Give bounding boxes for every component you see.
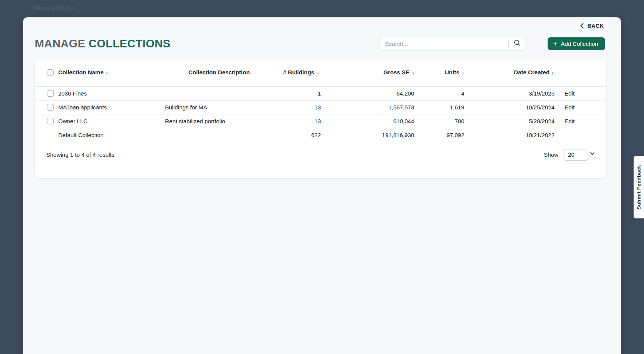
cell-actions <box>559 128 606 142</box>
header-gross-sf[interactable]: Gross SF↑↓ <box>326 59 419 86</box>
sort-icon[interactable]: ↑↓ <box>411 70 414 75</box>
cell-gross-sf: 191,816,930 <box>326 128 419 142</box>
sort-icon[interactable]: ↑↓ <box>316 70 319 75</box>
cell-buildings: 13 <box>277 100 326 114</box>
cell-collection-name: MA loan applicants <box>55 100 162 114</box>
row-checkbox[interactable] <box>47 90 54 97</box>
cell-units: 97,092 <box>419 128 469 142</box>
back-label: BACK <box>587 23 604 29</box>
cell-buildings: 1 <box>277 86 326 100</box>
cell-collection-name: Owner LLC <box>55 114 162 128</box>
page-title: MANAGE COLLECTIONS <box>35 37 170 50</box>
page-size-select[interactable]: 20 <box>563 149 588 161</box>
cell-date-created: 5/20/2024 <box>469 114 559 128</box>
select-all-checkbox[interactable] <box>47 69 54 76</box>
cell-date-created: 10/25/2024 <box>469 100 559 114</box>
chevron-left-icon <box>580 23 584 29</box>
page-size-select-wrap: 20 <box>563 149 595 161</box>
cell-gross-sf: 610,044 <box>326 114 419 128</box>
collections-table: Collection Name↑↓ Collection Description… <box>35 59 606 142</box>
manage-collections-modal: BACK MANAGE COLLECTIONS + Add Collection <box>23 17 621 354</box>
row-checkbox[interactable] <box>47 104 54 111</box>
results-count: Showing 1 to 4 of 4 results <box>46 151 115 158</box>
table-row: Default Collection 622 191,816,930 97,09… <box>35 128 606 142</box>
show-label: Show <box>544 151 558 158</box>
collections-table-card: Collection Name↑↓ Collection Description… <box>35 59 606 178</box>
header-date-created[interactable]: Date Created↑↓ <box>469 59 559 86</box>
cell-buildings: 13 <box>277 114 326 128</box>
cell-gross-sf: 64,200 <box>326 86 419 100</box>
header-collection-name[interactable]: Collection Name↑↓ <box>55 59 162 86</box>
cell-collection-name: 2030 Fines <box>55 86 162 100</box>
sort-icon[interactable]: ↑↓ <box>105 70 109 75</box>
cell-units: 1,619 <box>419 100 469 114</box>
search-button[interactable] <box>509 37 526 50</box>
table-row: Owner LLC Rent stabilized portfolio 13 6… <box>35 114 606 128</box>
cell-date-created: 3/19/2025 <box>469 86 559 100</box>
header-checkbox-cell <box>35 59 55 86</box>
chevron-down-icon <box>590 151 595 158</box>
search-icon <box>514 39 521 48</box>
back-button[interactable]: BACK <box>580 23 604 29</box>
page-title-primary: MANAGE <box>35 37 85 50</box>
cell-collection-name: Default Collection <box>55 128 162 142</box>
header-actions <box>559 59 606 86</box>
cell-buildings: 622 <box>277 128 326 142</box>
cell-collection-description <box>162 128 277 142</box>
table-row: 2030 Fines 1 64,200 4 3/19/2025 Edit <box>35 86 606 100</box>
table-header-row: Collection Name↑↓ Collection Description… <box>35 59 606 86</box>
edit-link[interactable]: Edit <box>565 104 575 111</box>
search-input[interactable] <box>379 37 508 50</box>
cell-gross-sf: 1,567,573 <box>326 100 419 114</box>
cell-collection-description: Buildings for MA <box>162 100 277 114</box>
row-checkbox[interactable] <box>47 118 54 124</box>
search-box <box>379 37 526 50</box>
header-buildings[interactable]: # Buildings↑↓ <box>277 59 326 86</box>
submit-feedback-tab[interactable]: Submit Feedback <box>634 156 644 218</box>
table-row: MA loan applicants Buildings for MA 13 1… <box>35 100 606 114</box>
header-units[interactable]: Units↑↓ <box>419 59 469 86</box>
edit-link[interactable]: Edit <box>565 90 575 97</box>
submit-feedback-label: Submit Feedback <box>636 165 642 210</box>
brand-logo: Momentum <box>34 4 74 12</box>
plus-icon: + <box>553 40 557 47</box>
sort-icon[interactable]: ↑↓ <box>461 70 464 75</box>
cell-collection-description <box>162 86 277 100</box>
add-collection-label: Add Collection <box>561 40 598 47</box>
table-footer: Showing 1 to 4 of 4 results Show 20 <box>35 142 606 161</box>
header-collection-description: Collection Description <box>162 59 277 86</box>
add-collection-button[interactable]: + Add Collection <box>548 37 605 50</box>
edit-link[interactable]: Edit <box>565 118 575 124</box>
cell-units: 4 <box>419 86 469 100</box>
cell-date-created: 10/21/2022 <box>469 128 559 142</box>
page-title-secondary: COLLECTIONS <box>89 37 170 50</box>
sort-icon[interactable]: ↑↓ <box>551 70 555 75</box>
cell-collection-description: Rent stabilized portfolio <box>162 114 277 128</box>
cell-units: 780 <box>419 114 469 128</box>
